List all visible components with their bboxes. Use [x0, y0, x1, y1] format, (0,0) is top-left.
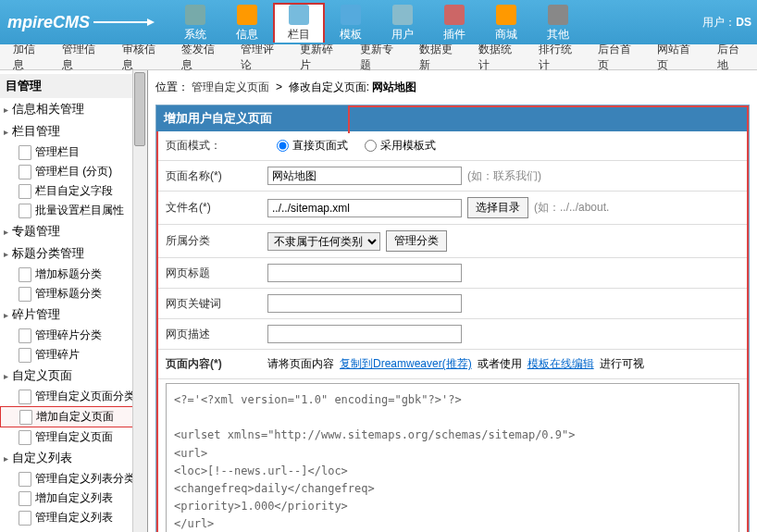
- subnav-审核信息[interactable]: 审核信息: [113, 42, 172, 73]
- side-leaf[interactable]: 管理栏目 (分页): [0, 162, 147, 181]
- side-leaf[interactable]: 管理自定义列表分类: [0, 469, 147, 489]
- nav-icon: [392, 5, 413, 25]
- side-leaf[interactable]: 管理自定义列表: [0, 508, 147, 527]
- scrollbar-thumb[interactable]: [134, 72, 145, 146]
- subnav-更新专题[interactable]: 更新专题: [351, 42, 410, 73]
- nav-icon: [341, 5, 361, 25]
- subnav-网站首页[interactable]: 网站首页: [648, 42, 707, 73]
- svg-rect-1: [237, 5, 257, 25]
- svg-rect-0: [185, 5, 205, 25]
- form-panel: 增加用户自定义页面 页面模式： 直接页面式 采用模板式 页面名称(*) (如：联…: [155, 105, 750, 532]
- mode-radio-direct[interactable]: 直接页面式: [277, 138, 348, 154]
- title-input[interactable]: [267, 264, 462, 282]
- main-nav: 系统信息栏目模板用户插件商城其他: [169, 3, 584, 43]
- content-label: 页面内容(*): [166, 356, 267, 372]
- choose-dir-button[interactable]: 选择目录: [467, 197, 528, 218]
- side-leaf[interactable]: 管理标题分类: [0, 284, 147, 303]
- bc-p2: 修改自定义页面:: [289, 80, 369, 93]
- content-textarea[interactable]: <?='<?xml version="1.0" encoding="gbk"?>…: [166, 383, 739, 532]
- name-input[interactable]: [267, 167, 462, 185]
- bc-current: 网站地图: [372, 80, 416, 93]
- user-name: DS: [736, 16, 751, 29]
- mode-label: 页面模式：: [166, 138, 267, 154]
- side-group[interactable]: 碎片管理: [0, 303, 147, 326]
- nav-用户[interactable]: 用户: [377, 3, 428, 43]
- side-leaf[interactable]: 管理自定义页面: [0, 427, 147, 447]
- nav-icon: [548, 5, 568, 25]
- sub-nav: 加信息管理信息审核信息签发信息管理评论更新碎片更新专题数据更新数据统计排行统计后…: [0, 44, 757, 70]
- cat-label: 所属分类: [166, 233, 267, 249]
- nav-icon: [185, 5, 205, 25]
- subnav-更新碎片[interactable]: 更新碎片: [291, 42, 350, 73]
- side-leaf[interactable]: 增加自定义页面: [0, 406, 147, 427]
- side-group[interactable]: 自定义列表: [0, 447, 147, 469]
- user-label: 用户：: [702, 16, 736, 29]
- logo-text: mpireCMS: [7, 13, 90, 32]
- nav-icon: [496, 5, 516, 25]
- side-leaf[interactable]: 批量设置栏目属性: [0, 201, 147, 220]
- panel-body: 页面模式： 直接页面式 采用模板式 页面名称(*) (如：联系我们) 文件名(*…: [156, 131, 749, 532]
- online-edit-link[interactable]: 模板在线编辑: [527, 356, 594, 372]
- side-leaf[interactable]: 管理碎片: [0, 345, 147, 365]
- kw-label: 网页关键词: [166, 296, 267, 312]
- svg-rect-2: [289, 5, 309, 25]
- side-leaf[interactable]: 管理自定义页面分类: [0, 387, 147, 406]
- radio-direct[interactable]: [277, 140, 289, 152]
- mode-radio-template[interactable]: 采用模板式: [365, 138, 436, 154]
- subnav-数据统计[interactable]: 数据统计: [469, 42, 528, 73]
- nav-栏目[interactable]: 栏目: [273, 3, 325, 43]
- file-label: 文件名(*): [166, 200, 267, 216]
- user-area: 用户：DS: [702, 15, 751, 31]
- subnav-管理评论[interactable]: 管理评论: [231, 42, 291, 73]
- bc-sep: >: [276, 80, 282, 93]
- subnav-签发信息[interactable]: 签发信息: [172, 42, 231, 73]
- side-leaf[interactable]: 栏目自定义字段: [0, 181, 147, 201]
- subnav-管理信息[interactable]: 管理信息: [53, 42, 112, 73]
- side-group[interactable]: 自定义页面: [0, 365, 147, 387]
- side-group[interactable]: 专题管理: [0, 220, 147, 242]
- nav-系统[interactable]: 系统: [169, 3, 221, 43]
- side-group[interactable]: 栏目管理: [0, 120, 147, 142]
- nav-icon: [289, 5, 309, 25]
- name-label: 页面名称(*): [166, 168, 267, 184]
- side-group[interactable]: 标题分类管理: [0, 242, 147, 265]
- name-hint: (如：联系我们): [467, 168, 541, 184]
- kw-input[interactable]: [267, 294, 462, 313]
- copy-dw-link[interactable]: 复制到Dreamweaver(推荐): [340, 356, 472, 372]
- subnav-后台首页[interactable]: 后台首页: [589, 42, 648, 73]
- svg-rect-4: [392, 5, 413, 25]
- breadcrumb: 位置： 管理自定义页面 > 修改自定义页面: 网站地图: [155, 80, 750, 95]
- arrow-icon: [93, 21, 149, 23]
- side-leaf[interactable]: 增加标题分类: [0, 265, 147, 284]
- desc-label: 网页描述: [166, 327, 267, 342]
- nav-商城[interactable]: 商城: [480, 3, 532, 43]
- subnav-排行统计[interactable]: 排行统计: [529, 42, 589, 73]
- side-leaf[interactable]: 管理碎片分类: [0, 326, 147, 345]
- svg-rect-5: [444, 5, 465, 25]
- nav-icon: [237, 5, 257, 25]
- side-leaf[interactable]: 增加自定义列表: [0, 489, 147, 508]
- subnav-后台地[interactable]: 后台地: [708, 42, 757, 73]
- nav-模板[interactable]: 模板: [325, 3, 377, 43]
- manage-cat-button[interactable]: 管理分类: [386, 230, 447, 252]
- side-group[interactable]: 自定义JS: [0, 527, 147, 532]
- file-input[interactable]: [267, 199, 462, 217]
- radio-template[interactable]: [365, 140, 377, 152]
- logo: mpireCMS: [0, 13, 156, 32]
- nav-icon: [444, 5, 465, 25]
- sidebar: 目管理 信息相关管理栏目管理管理栏目管理栏目 (分页)栏目自定义字段批量设置栏目…: [0, 70, 148, 532]
- nav-插件[interactable]: 插件: [428, 3, 480, 43]
- cat-select[interactable]: 不隶属于任何类别: [267, 232, 380, 251]
- desc-input[interactable]: [267, 325, 462, 343]
- sidebar-scrollbar[interactable]: [132, 70, 147, 532]
- bc-link-1[interactable]: 管理自定义页面: [192, 80, 269, 93]
- subnav-加信息[interactable]: 加信息: [4, 42, 53, 73]
- nav-信息[interactable]: 信息: [221, 3, 273, 43]
- title-label: 网页标题: [166, 266, 267, 281]
- side-leaf[interactable]: 管理栏目: [0, 142, 147, 162]
- side-group[interactable]: 信息相关管理: [0, 98, 147, 120]
- sidebar-head: 目管理: [0, 74, 147, 98]
- nav-其他[interactable]: 其他: [532, 3, 584, 43]
- subnav-数据更新[interactable]: 数据更新: [410, 42, 469, 73]
- content-hint: 请将页面内容复制到Dreamweaver(推荐)或者使用模板在线编辑进行可视: [267, 356, 739, 372]
